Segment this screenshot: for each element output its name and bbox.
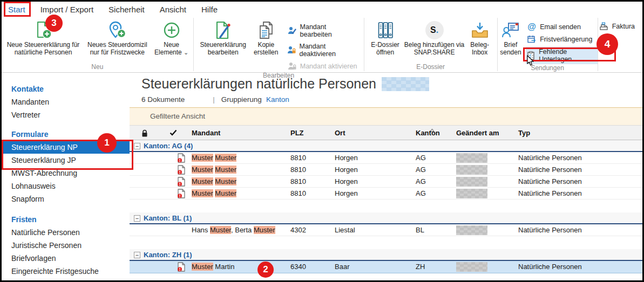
sidebar-item-snapform[interactable]: Snapform [2,192,130,205]
letter-person-icon [501,20,520,40]
col-header-typ[interactable]: Typ [518,126,530,141]
deactivate-client-button[interactable]: Mandant deaktivieren [286,42,363,59]
sidebar-item-juristische-personen[interactable]: Juristische Personen [2,239,130,252]
table-row[interactable]: Muster Muster8810HorgenAGNatürliche Pers… [130,176,642,188]
sidebar-heading-kontakte: Kontakte [2,82,130,95]
sidebar-item-lohnausweis[interactable]: Lohnausweis [2,180,130,192]
cell-mandant: Muster Muster [192,164,236,176]
missing-document-icon [177,262,185,273]
button-label: Kopie erstellen [250,41,282,56]
faktura-button[interactable]: Faktura [598,21,638,32]
sidebar-item-eingereichte-fristgesuche[interactable]: Eingereichte Fristgesuche [2,265,130,278]
col-header-kanton[interactable]: Kanton [416,126,440,141]
sidebar-item-mandanten[interactable]: Mandanten [2,95,130,108]
menu-tab-start[interactable]: Start [7,5,33,14]
ribbon-group-sendungen: Brief senden @ Email senden Fristverläng… [498,17,598,72]
deadline-extension-button[interactable]: Fristverlängerung [526,34,597,45]
cell-ort: Horgen [335,176,358,188]
lock-icon[interactable] [141,129,148,139]
sidebar-item-mwst-abrechnung[interactable]: MWST-Abrechnung [2,167,130,180]
group-label-neu: Neu [2,63,193,72]
cell-ort: Horgen [335,164,358,176]
send-email-button[interactable]: @ Email senden [526,22,597,32]
open-edossier-button[interactable]: E-Dossier öffnen [367,20,404,56]
table-row[interactable]: Muster Muster8810HorgenAGNatürliche Pers… [130,152,642,164]
cell-mandant: Muster Muster [192,188,236,200]
cell-typ: Natürliche Personen [518,152,582,164]
add-receipt-snapshare-button[interactable]: S. Beleg hinzufügen via SNAP.SHARE [404,20,465,56]
cell-ort: Horgen [335,152,358,164]
cell-plz: 8810 [290,152,306,164]
table-row[interactable]: Muster Muster8810HorgenAGNatürliche Pers… [130,188,642,200]
group-header-row[interactable]: −Kanton: AG (4) [130,140,642,152]
ribbon-group-edossier: E-Dossier öffnen S. Beleg hinzufügen via… [364,17,497,72]
ribbon: Neue Steuererklärung für natürliche Pers… [2,17,642,73]
table-row[interactable]: Muster Martin6340BaarZHNatürliche Person… [130,261,642,273]
grouping-value-link[interactable]: Kanton [266,95,289,104]
group-label: Kanton: ZH (1) [144,249,192,261]
menu-tab-ansicht[interactable]: Ansicht [152,5,194,14]
button-label: Steuererklärung bearbeiten [196,41,250,56]
menu-tab-import-export[interactable]: Import / Export [33,5,101,14]
document-count: 6 Dokumente [141,95,185,104]
collapse-icon[interactable]: − [134,143,140,149]
ribbon-group-neu: Neue Steuererklärung für natürliche Pers… [2,17,193,72]
cell-geaendert-redacted [456,177,487,187]
person-edit-icon [287,26,297,35]
main-content: Steuererklärungen natürliche Personen 6 … [130,73,642,280]
sidebar-item-briefvorlagen[interactable]: Briefvorlagen [2,252,130,265]
receipt-inbox-button[interactable]: Beleg-Inbox [465,20,495,56]
new-tax-return-np-button[interactable]: Neue Steuererklärung für natürliche Pers… [4,20,83,56]
cell-ort: Horgen [335,188,358,200]
cell-mandant: Muster Muster [192,176,236,188]
button-label: Email senden [540,23,581,31]
cell-mandant: Hans Muster, Berta Muster [192,224,275,236]
send-letter-button[interactable]: Brief senden [499,20,523,56]
cell-plz: 6340 [290,261,306,273]
check-icon[interactable] [170,129,177,137]
sidebar-item-vertreter[interactable]: Vertreter [2,108,130,121]
cell-ort: Baar [335,261,349,273]
col-header-ort[interactable]: Ort [335,126,345,141]
cash-register-icon [599,22,609,31]
cell-geaendert-redacted [456,189,487,198]
cell-geaendert-redacted [456,225,487,235]
cell-plz: 8810 [290,164,306,176]
cell-typ: Natürliche Personen [518,188,582,200]
person-lock-icon [287,46,296,54]
cell-plz: 4302 [290,224,306,236]
filtered-view-bar[interactable]: Gefilterte Ansicht [130,107,642,125]
cell-typ: Natürliche Personen [518,176,582,188]
missing-documents-button[interactable]: Fehlende Unterlagen [526,47,597,64]
group-header-row[interactable]: −Kanton: ZH (1) [130,249,642,261]
cell-mandant: Muster Muster [192,152,236,164]
col-header-mandant[interactable]: Mandant [192,126,220,141]
annotation-badge-2: 2 [257,262,274,278]
new-elements-button[interactable]: Neue Elemente ⌄ [152,20,191,56]
separator: | [213,95,215,104]
cell-kanton: AG [416,164,426,176]
col-header-plz[interactable]: PLZ [290,126,304,141]
menu-tab-sicherheit[interactable]: Sicherheit [101,5,152,14]
group-header-row[interactable]: −Kanton: BL (1) [130,212,642,224]
edit-tax-return-button[interactable]: Steuererklärung bearbeiten [196,20,250,56]
col-header-geaendert-am[interactable]: Geändert am [456,126,499,141]
sidebar-item-steuererklaerung-jp[interactable]: Steuererklärung JP [2,154,130,167]
collapse-icon[interactable]: − [134,215,140,222]
edit-client-button[interactable]: Mandant bearbeiten [286,22,363,39]
binders-icon [376,20,395,40]
table-row[interactable]: Muster Muster8810HorgenAGNatürliche Pers… [130,164,642,176]
table-row[interactable]: Hans Muster, Berta Muster4302LiestalBLNa… [130,224,642,236]
cell-geaendert-redacted [456,262,487,272]
group-label-sendungen: Sendungen [498,64,598,72]
button-label: Beleg hinzufügen via SNAP.SHARE [404,41,465,56]
sidebar-item-natuerliche-personen[interactable]: Natürliche Personen [2,226,130,239]
button-label: Mandant aktivieren [300,63,357,70]
button-label: Fristverlängerung [540,36,592,43]
menu-tab-hilfe[interactable]: Hilfe [194,5,225,14]
cell-kanton: AG [416,188,426,200]
new-tax-domicile-button[interactable]: Neues Steuerdomizil nur für Fristzwecke [83,20,151,56]
collapse-icon[interactable]: − [134,252,140,258]
create-copy-button[interactable]: Kopie erstellen [250,20,282,56]
missing-document-icon [177,189,185,200]
